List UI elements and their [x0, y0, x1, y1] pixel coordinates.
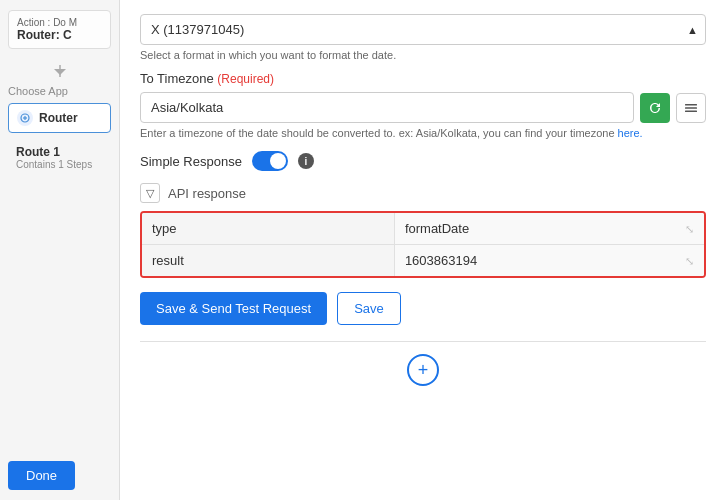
- api-key-result: result: [142, 245, 395, 276]
- refresh-button[interactable]: [640, 93, 670, 123]
- sidebar-footer: Done: [0, 451, 119, 500]
- simple-response-label: Simple Response: [140, 154, 242, 169]
- svg-rect-4: [685, 104, 697, 106]
- api-value-type: formatDate ⤡: [395, 213, 704, 244]
- table-row: type formatDate ⤡: [142, 213, 704, 245]
- divider: [140, 341, 706, 342]
- main-panel: X (1137971045) ▲ Select a format in whic…: [120, 0, 726, 500]
- plus-container: +: [140, 354, 706, 386]
- sidebar-action-title: Router: C: [17, 28, 102, 42]
- api-value-result: 1603863194 ⤡: [395, 245, 704, 276]
- done-button[interactable]: Done: [8, 461, 75, 490]
- router-label: Router: [39, 111, 78, 125]
- timezone-label: To Timezone (Required): [140, 71, 706, 86]
- sidebar-item-router[interactable]: Router: [8, 103, 111, 133]
- info-icon[interactable]: i: [298, 153, 314, 169]
- api-key-type: type: [142, 213, 395, 244]
- timezone-input[interactable]: [140, 92, 634, 123]
- api-response-table: type formatDate ⤡ result 1603863194 ⤡: [140, 211, 706, 278]
- action-buttons: Save & Send Test Request Save: [140, 292, 706, 325]
- menu-button[interactable]: [676, 93, 706, 123]
- choose-app-label: Choose App: [0, 83, 119, 99]
- api-response-title: API response: [168, 186, 246, 201]
- resize-icon: ⤡: [685, 223, 694, 236]
- down-arrow-icon: [0, 63, 119, 79]
- timezone-group: To Timezone (Required) Enter a timezone …: [140, 71, 706, 139]
- sidebar-action-box: Action : Do M Router: C: [8, 10, 111, 49]
- api-response-header: ▽ API response: [140, 183, 706, 203]
- table-row: result 1603863194 ⤡: [142, 245, 704, 276]
- router-icon: [17, 110, 33, 126]
- format-select[interactable]: X (1137971045): [140, 14, 706, 45]
- timezone-link[interactable]: here.: [618, 127, 643, 139]
- format-select-group: X (1137971045) ▲ Select a format in whic…: [140, 14, 706, 61]
- sidebar: Action : Do M Router: C Choose App Route…: [0, 0, 120, 500]
- add-step-button[interactable]: +: [407, 354, 439, 386]
- simple-response-row: Simple Response i: [140, 151, 706, 171]
- required-mark: (Required): [217, 72, 274, 86]
- route-subtitle: Contains 1 Steps: [16, 159, 103, 170]
- api-response-chevron[interactable]: ▽: [140, 183, 160, 203]
- svg-rect-5: [685, 107, 697, 109]
- save-send-button[interactable]: Save & Send Test Request: [140, 292, 327, 325]
- timezone-input-row: [140, 92, 706, 123]
- timezone-hint: Enter a timezone of the date should be c…: [140, 127, 706, 139]
- resize-icon-2: ⤡: [685, 255, 694, 268]
- route-title: Route 1: [16, 145, 103, 159]
- svg-rect-6: [685, 110, 697, 112]
- format-select-wrapper: X (1137971045) ▲: [140, 14, 706, 45]
- route-item: Route 1 Contains 1 Steps: [8, 141, 111, 174]
- format-hint: Select a format in which you want to for…: [140, 49, 706, 61]
- simple-response-toggle[interactable]: [252, 151, 288, 171]
- sidebar-action-label: Action : Do M: [17, 17, 102, 28]
- save-button[interactable]: Save: [337, 292, 401, 325]
